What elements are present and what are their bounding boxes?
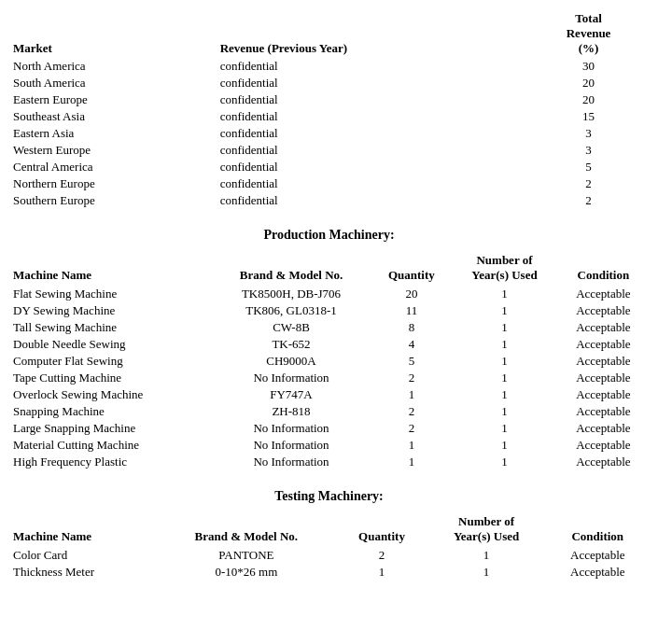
market-revenue: confidential xyxy=(217,192,528,209)
production-row: Overlock Sewing Machine FY747A 1 1 Accep… xyxy=(9,386,649,403)
prod-machine-condition: Acceptable xyxy=(558,454,649,470)
prod-machine-quantity: 4 xyxy=(372,336,452,353)
prod-machine-name: Large Snapping Machine xyxy=(9,420,210,437)
prod-brand-header: Brand & Model No. xyxy=(210,250,371,286)
testing-table: Machine Name Brand & Model No. Quantity … xyxy=(9,511,649,581)
test-machine-quantity: 2 xyxy=(337,547,426,564)
prod-machine-quantity: 11 xyxy=(372,302,452,319)
test-machine-brand: PANTONE xyxy=(155,547,337,564)
market-row: North America confidential 30 xyxy=(9,58,649,75)
prod-machine-brand: CW-8B xyxy=(210,319,371,336)
prod-machine-condition: Acceptable xyxy=(558,286,649,302)
prod-machine-years: 1 xyxy=(451,336,558,353)
prod-machine-quantity: 1 xyxy=(372,454,452,470)
prod-machine-quantity: 8 xyxy=(372,319,452,336)
market-row: Southeast Asia confidential 15 xyxy=(9,108,649,125)
prod-machine-brand: FY747A xyxy=(210,386,371,403)
production-row: Flat Sewing Machine TK8500H, DB-J706 20 … xyxy=(9,286,649,302)
prod-machine-condition: Acceptable xyxy=(558,353,649,370)
production-row: High Frequency Plastic No Information 1 … xyxy=(9,454,649,470)
production-title: Production Machinery: xyxy=(9,228,649,243)
prod-machine-name: High Frequency Plastic xyxy=(9,454,210,470)
market-name: South America xyxy=(9,75,217,91)
market-revenue: confidential xyxy=(217,159,528,175)
market-name: Central America xyxy=(9,159,217,175)
prod-machine-condition: Acceptable xyxy=(558,302,649,319)
prod-machine-years: 1 xyxy=(451,403,558,420)
production-row: Computer Flat Sewing CH9000A 5 1 Accepta… xyxy=(9,353,649,370)
prod-machine-quantity: 1 xyxy=(372,386,452,403)
market-revenue: confidential xyxy=(217,125,528,142)
market-name: North America xyxy=(9,58,217,75)
test-machine-condition: Acceptable xyxy=(547,547,649,564)
production-table: Machine Name Brand & Model No. Quantity … xyxy=(9,250,649,470)
market-col-header: Market xyxy=(9,9,217,58)
test-condition-header: Condition xyxy=(547,511,649,547)
prod-machine-brand: TK806, GL0318-1 xyxy=(210,302,371,319)
test-machine-condition: Acceptable xyxy=(547,564,649,581)
prod-machine-name: DY Sewing Machine xyxy=(9,302,210,319)
market-name: Eastern Asia xyxy=(9,125,217,142)
market-row: South America confidential 20 xyxy=(9,75,649,91)
testing-row: Thickness Meter 0-10*26 mm 1 1 Acceptabl… xyxy=(9,564,649,581)
prod-machine-years: 1 xyxy=(451,386,558,403)
prod-machine-condition: Acceptable xyxy=(558,437,649,454)
market-row: Eastern Asia confidential 3 xyxy=(9,125,649,142)
market-row: Southern Europe confidential 2 xyxy=(9,192,649,209)
test-machine-name: Thickness Meter xyxy=(9,564,155,581)
market-row: Central America confidential 5 xyxy=(9,159,649,175)
prod-machine-condition: Acceptable xyxy=(558,420,649,437)
test-years-header: Number ofYear(s) Used xyxy=(427,511,547,547)
prod-machine-brand: ZH-818 xyxy=(210,403,371,420)
prod-machine-years: 1 xyxy=(451,302,558,319)
prod-machine-condition: Acceptable xyxy=(558,319,649,336)
prod-machine-name: Tall Sewing Machine xyxy=(9,319,210,336)
market-row: Western Europe confidential 3 xyxy=(9,142,649,159)
prod-machine-brand: TK-652 xyxy=(210,336,371,353)
test-machine-brand: 0-10*26 mm xyxy=(155,564,337,581)
prod-machine-brand: No Information xyxy=(210,454,371,470)
market-revenue: confidential xyxy=(217,91,528,108)
market-total: 3 xyxy=(528,142,649,159)
prod-years-header: Number ofYear(s) Used xyxy=(451,250,558,286)
market-name: Eastern Europe xyxy=(9,91,217,108)
prod-machine-name: Double Needle Sewing xyxy=(9,336,210,353)
market-name: Southeast Asia xyxy=(9,108,217,125)
test-machine-years: 1 xyxy=(427,547,547,564)
market-total: 3 xyxy=(528,125,649,142)
production-row: Large Snapping Machine No Information 2 … xyxy=(9,420,649,437)
prod-machine-years: 1 xyxy=(451,353,558,370)
production-row: DY Sewing Machine TK806, GL0318-1 11 1 A… xyxy=(9,302,649,319)
market-total: 20 xyxy=(528,75,649,91)
market-revenue: confidential xyxy=(217,75,528,91)
prod-machine-name: Computer Flat Sewing xyxy=(9,353,210,370)
market-row: Northern Europe confidential 2 xyxy=(9,175,649,192)
prod-condition-header: Condition xyxy=(558,250,649,286)
total-col-header: TotalRevenue(%) xyxy=(528,9,649,58)
market-row: Eastern Europe confidential 20 xyxy=(9,91,649,108)
prod-machine-brand: No Information xyxy=(210,437,371,454)
test-quantity-header: Quantity xyxy=(337,511,426,547)
market-total: 15 xyxy=(528,108,649,125)
prod-machine-name: Snapping Machine xyxy=(9,403,210,420)
prod-machine-brand: No Information xyxy=(210,420,371,437)
prod-machine-condition: Acceptable xyxy=(558,336,649,353)
production-row: Double Needle Sewing TK-652 4 1 Acceptab… xyxy=(9,336,649,353)
market-revenue: confidential xyxy=(217,142,528,159)
market-total: 20 xyxy=(528,91,649,108)
prod-machine-years: 1 xyxy=(451,370,558,386)
prod-machine-condition: Acceptable xyxy=(558,386,649,403)
testing-row: Color Card PANTONE 2 1 Acceptable xyxy=(9,547,649,564)
market-name: Southern Europe xyxy=(9,192,217,209)
prod-machine-years: 1 xyxy=(451,437,558,454)
production-row: Tape Cutting Machine No Information 2 1 … xyxy=(9,370,649,386)
prod-machine-quantity: 1 xyxy=(372,437,452,454)
prod-machine-years: 1 xyxy=(451,319,558,336)
prod-machine-brand: No Information xyxy=(210,370,371,386)
prod-machine-quantity: 20 xyxy=(372,286,452,302)
production-row: Tall Sewing Machine CW-8B 8 1 Acceptable xyxy=(9,319,649,336)
market-table: Market Revenue (Previous Year) TotalReve… xyxy=(9,9,649,209)
production-row: Material Cutting Machine No Information … xyxy=(9,437,649,454)
prod-machine-years: 1 xyxy=(451,286,558,302)
prod-machine-quantity: 2 xyxy=(372,403,452,420)
